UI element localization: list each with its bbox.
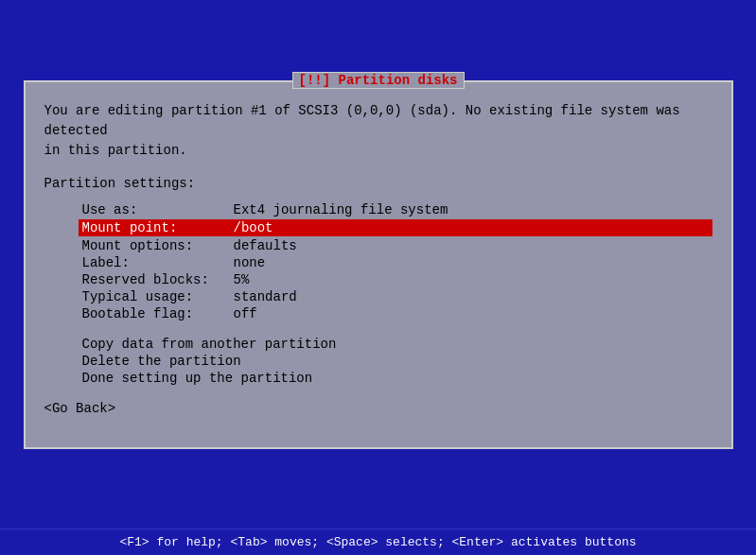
actions-list: Copy data from another partition Delete … [82, 337, 712, 386]
setting-label-typical-usage: Typical usage: [82, 289, 234, 304]
setting-label-mount-point: Mount point: [82, 220, 234, 235]
setting-value-mount-options: defaults [234, 238, 297, 253]
setting-value-reserved-blocks: 5% [234, 272, 250, 287]
action-copy-data[interactable]: Copy data from another partition [82, 337, 712, 352]
description-line1: You are editing partition #1 of SCSI3 (0… [44, 101, 712, 141]
setting-row-use-as: Use as: Ext4 journaling file system [82, 202, 712, 217]
setting-label-bootable-flag: Bootable flag: [82, 306, 234, 321]
setting-label-label: Label: [82, 255, 234, 270]
setting-value-use-as: Ext4 journaling file system [234, 202, 448, 217]
setting-label-use-as: Use as: [82, 202, 234, 217]
setting-row-mount-point[interactable]: Mount point: /boot [79, 219, 712, 236]
setting-row-label: Label: none [82, 255, 712, 270]
action-delete-partition[interactable]: Delete the partition [82, 354, 712, 369]
dialog-content: You are editing partition #1 of SCSI3 (0… [26, 82, 731, 430]
description-line2: in this partition. [44, 141, 712, 161]
description: You are editing partition #1 of SCSI3 (0… [44, 101, 712, 161]
go-back-button[interactable]: <Go Back> [44, 401, 712, 416]
setting-value-typical-usage: standard [234, 289, 297, 304]
setting-row-mount-options: Mount options: defaults [82, 238, 712, 253]
setting-row-typical-usage: Typical usage: standard [82, 289, 712, 304]
action-done-setting-up[interactable]: Done setting up the partition [82, 371, 712, 386]
status-bar: <F1> for help; <Tab> moves; <Space> sele… [0, 529, 756, 555]
setting-value-bootable-flag: off [234, 306, 257, 321]
setting-row-reserved-blocks: Reserved blocks: 5% [82, 272, 712, 287]
dialog: [!!] Partition disks You are editing par… [24, 80, 733, 449]
dialog-title: [!!] Partition disks [291, 72, 464, 89]
setting-row-bootable-flag: Bootable flag: off [82, 306, 712, 321]
setting-label-mount-options: Mount options: [82, 238, 234, 253]
settings-table: Use as: Ext4 journaling file system Moun… [82, 202, 712, 321]
main-area: [!!] Partition disks You are editing par… [0, 0, 756, 529]
partition-settings-label: Partition settings: [44, 176, 712, 191]
setting-label-reserved-blocks: Reserved blocks: [82, 272, 234, 287]
setting-value-label: none [234, 255, 266, 270]
setting-value-mount-point: /boot [234, 220, 273, 235]
